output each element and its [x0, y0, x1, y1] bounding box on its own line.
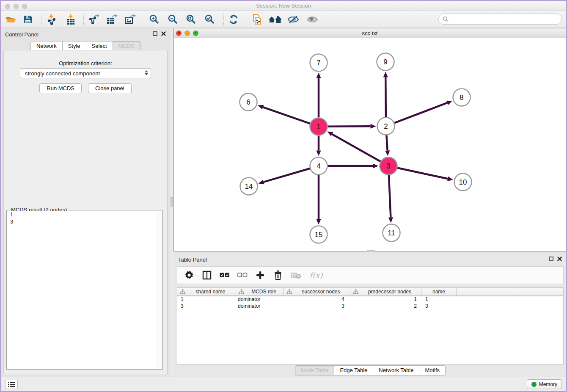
main-toolbar [1, 11, 566, 28]
show-all-button[interactable] [305, 12, 320, 27]
column-type-icon [353, 289, 358, 294]
refresh-button[interactable] [226, 12, 241, 27]
column-header-predecessor-nodes[interactable]: predecessor nodes [350, 288, 421, 295]
mcds-result-item[interactable]: 1 [7, 211, 162, 218]
export-image-button[interactable] [122, 12, 138, 27]
eye-icon [306, 15, 318, 24]
graph-edge[interactable] [394, 103, 447, 123]
float-panel-icon[interactable] [153, 31, 157, 36]
apply-function-button[interactable]: f(x) [308, 269, 325, 281]
memory-button[interactable]: Memory [527, 379, 562, 389]
graph-node-label: 14 [245, 182, 253, 190]
status-bar: Memory [1, 377, 566, 391]
export-table-icon [106, 14, 118, 25]
title-bar: Session: New Session [1, 1, 566, 11]
column-header-successor-nodes[interactable]: successor nodes [284, 288, 350, 295]
plus-icon [256, 271, 264, 279]
task-history-button[interactable] [5, 380, 18, 389]
optimization-criterion-select[interactable]: strongly connected component [20, 68, 151, 78]
import-network-button[interactable] [44, 12, 59, 27]
duplicate-network-icon [251, 14, 262, 25]
graph-edge[interactable] [397, 168, 448, 179]
graph-node-label: 8 [460, 94, 463, 102]
delete-row-button[interactable] [272, 269, 284, 281]
graph-edge[interactable] [385, 77, 386, 117]
graph-edge[interactable] [263, 107, 310, 124]
graph-node-label: 6 [246, 98, 250, 106]
zoom-selected-button[interactable] [202, 12, 217, 27]
select-all-button[interactable] [219, 269, 231, 281]
network-window-titlebar[interactable]: ✕ − + scc.txt [174, 28, 566, 38]
select-stepper-icon [145, 70, 148, 75]
graph-edge[interactable] [328, 126, 370, 127]
column-type-icon [286, 289, 292, 294]
zoom-fit-button[interactable] [183, 12, 198, 27]
home-layout-button[interactable] [267, 12, 283, 27]
graph-edge-arrowhead [316, 151, 321, 156]
table-row[interactable]: 1 dominator 4 1 1 [177, 296, 563, 303]
table-tabs: Node Table Edge Table Network Table Moti… [173, 365, 567, 375]
close-panel-icon[interactable] [161, 31, 166, 36]
search-box[interactable] [438, 14, 562, 25]
graph-edge-arrowhead [383, 72, 388, 77]
network-canvas[interactable]: 7968124314101511 [174, 38, 566, 251]
gear-icon [184, 271, 194, 280]
panel-splitter[interactable] [170, 28, 173, 376]
save-icon [23, 14, 33, 25]
tab-node-table[interactable]: Node Table [295, 365, 335, 375]
delete-table-icon [290, 271, 301, 279]
deselect-all-icon [237, 273, 248, 278]
hide-selected-button[interactable] [286, 12, 301, 27]
graph-edge[interactable] [389, 175, 391, 217]
save-session-button[interactable] [20, 12, 36, 27]
export-network-icon [88, 14, 99, 25]
deselect-all-button[interactable] [237, 269, 248, 281]
export-image-icon [124, 14, 136, 25]
tab-motifs[interactable]: Motifs [419, 365, 446, 375]
result-scrollbar[interactable] [156, 211, 162, 368]
open-folder-icon [6, 14, 17, 25]
column-header-mcds-role[interactable]: MCDS role [236, 288, 284, 295]
search-input[interactable] [451, 16, 561, 22]
zoom-in-icon [149, 14, 160, 25]
add-row-button[interactable] [254, 269, 266, 281]
table-options-button[interactable] [183, 269, 195, 281]
open-session-button[interactable] [3, 12, 19, 27]
node-table[interactable]: shared name MCDS role successor nodes [177, 287, 564, 364]
export-network-button[interactable] [86, 12, 101, 27]
close-panel-icon[interactable] [557, 257, 562, 261]
zoom-fit-icon [185, 14, 196, 25]
network-view-window: ✕ − + scc.txt 7968124314101511 [173, 28, 566, 251]
tab-edge-table[interactable]: Edge Table [334, 365, 373, 375]
graph-edge-arrowhead [388, 217, 393, 223]
close-panel-button[interactable]: Close panel [88, 83, 132, 93]
zoom-out-button[interactable] [165, 12, 180, 27]
export-table-button[interactable] [104, 12, 119, 27]
column-header-shared-name[interactable]: shared name [177, 288, 236, 295]
run-mcds-button[interactable]: Run MCDS [39, 83, 82, 93]
duplicate-network-button[interactable] [249, 12, 264, 27]
show-columns-button[interactable] [201, 269, 213, 281]
table-row[interactable]: 3 dominator 3 2 3 [177, 303, 563, 310]
graph-edge[interactable] [264, 168, 310, 182]
splitter-handle[interactable] [171, 197, 173, 207]
graph-edge-arrowhead [373, 163, 379, 168]
trash-icon [274, 271, 282, 280]
mcds-result-list[interactable]: 1 3 [7, 211, 162, 369]
float-panel-icon[interactable] [549, 257, 553, 261]
import-table-button[interactable] [63, 12, 78, 27]
column-type-icon [180, 289, 185, 294]
delete-table-button[interactable] [290, 269, 302, 281]
columns-icon [202, 271, 212, 280]
mcds-result-group: MCDS result (2 nodes) 1 3 [6, 210, 163, 370]
tab-network-table[interactable]: Network Table [373, 365, 419, 375]
graph-node-label: 3 [386, 162, 390, 170]
graph-edge[interactable] [386, 135, 387, 150]
graph-edge[interactable] [332, 134, 380, 162]
zoom-in-button[interactable] [146, 12, 162, 27]
column-header-name[interactable]: name [421, 288, 457, 295]
mcds-result-item[interactable]: 3 [7, 218, 162, 225]
application-window: Session: New Session [0, 0, 567, 392]
graph-node-label: 4 [317, 162, 320, 170]
view-resize-handle[interactable] [367, 250, 374, 252]
